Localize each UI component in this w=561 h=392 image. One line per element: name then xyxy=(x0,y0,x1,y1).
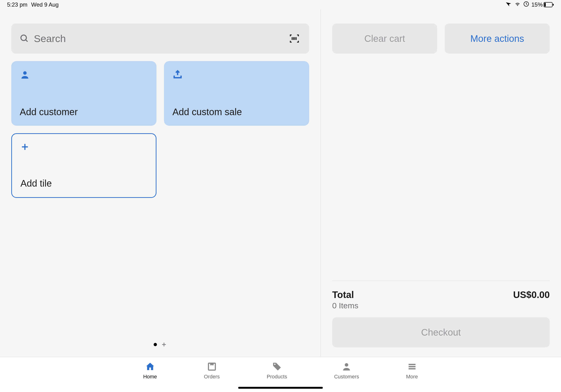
checkout-label: Checkout xyxy=(421,327,461,338)
add-page-button[interactable] xyxy=(161,342,167,347)
items-count: 0 Items xyxy=(332,301,358,310)
barcode-scan-icon[interactable] xyxy=(289,33,300,44)
wifi-icon xyxy=(514,1,521,8)
checkout-button[interactable]: Checkout xyxy=(332,317,550,347)
more-actions-button[interactable]: More actions xyxy=(445,23,550,54)
home-icon xyxy=(145,361,155,372)
svg-rect-2 xyxy=(544,3,546,7)
upload-icon xyxy=(173,70,301,80)
svg-point-4 xyxy=(21,35,26,40)
page-indicator xyxy=(154,342,167,347)
do-not-disturb-icon xyxy=(523,1,529,8)
plus-icon xyxy=(21,142,147,151)
svg-rect-3 xyxy=(553,4,554,6)
page-dot-active[interactable] xyxy=(154,343,157,346)
more-actions-label: More actions xyxy=(470,33,524,44)
products-icon xyxy=(272,361,282,372)
tab-orders-label: Orders xyxy=(204,374,220,380)
orders-icon xyxy=(207,361,217,372)
tab-more-label: More xyxy=(406,374,418,380)
home-indicator[interactable] xyxy=(238,387,323,389)
svg-line-5 xyxy=(26,40,27,42)
tab-products-label: Products xyxy=(267,374,287,380)
tab-orders[interactable]: Orders xyxy=(204,361,220,380)
tab-bar: Home Orders Products Customers More xyxy=(0,357,561,392)
add-tile-label: Add tile xyxy=(21,178,147,189)
total-amount: US$0.00 xyxy=(513,290,550,300)
person-icon xyxy=(20,70,148,80)
tab-home[interactable]: Home xyxy=(143,361,157,380)
status-time: 5:23 pm xyxy=(7,1,27,8)
status-date: Wed 9 Aug xyxy=(31,1,59,8)
tab-customers[interactable]: Customers xyxy=(334,361,359,380)
svg-point-10 xyxy=(23,71,27,75)
clear-cart-button[interactable]: Clear cart xyxy=(332,23,437,54)
tab-customers-label: Customers xyxy=(334,374,359,380)
search-icon xyxy=(20,34,29,43)
tab-products[interactable]: Products xyxy=(267,361,287,380)
left-panel: Search Add customer Add custom sale xyxy=(0,9,320,357)
cart-items-area xyxy=(332,63,550,281)
total-label: Total xyxy=(332,290,358,300)
add-custom-sale-tile[interactable]: Add custom sale xyxy=(164,61,309,126)
add-custom-sale-label: Add custom sale xyxy=(173,107,301,117)
add-tile-button[interactable]: Add tile xyxy=(11,133,156,198)
search-bar[interactable]: Search xyxy=(11,23,309,54)
customers-icon xyxy=(341,361,352,372)
search-input[interactable]: Search xyxy=(34,33,289,44)
status-bar: 5:23 pm Wed 9 Aug 15% xyxy=(0,0,561,9)
tab-more[interactable]: More xyxy=(406,361,418,380)
menu-icon xyxy=(407,361,417,372)
tab-home-label: Home xyxy=(143,374,157,380)
battery-icon: 15% xyxy=(531,1,554,8)
add-customer-tile[interactable]: Add customer xyxy=(11,61,156,126)
right-panel: Clear cart More actions Total 0 Items US… xyxy=(320,9,561,357)
cart-summary: Total 0 Items US$0.00 Checkout xyxy=(332,281,550,347)
add-customer-label: Add customer xyxy=(20,107,148,117)
clear-cart-label: Clear cart xyxy=(364,33,405,44)
svg-point-16 xyxy=(345,363,348,367)
location-icon xyxy=(506,1,512,8)
